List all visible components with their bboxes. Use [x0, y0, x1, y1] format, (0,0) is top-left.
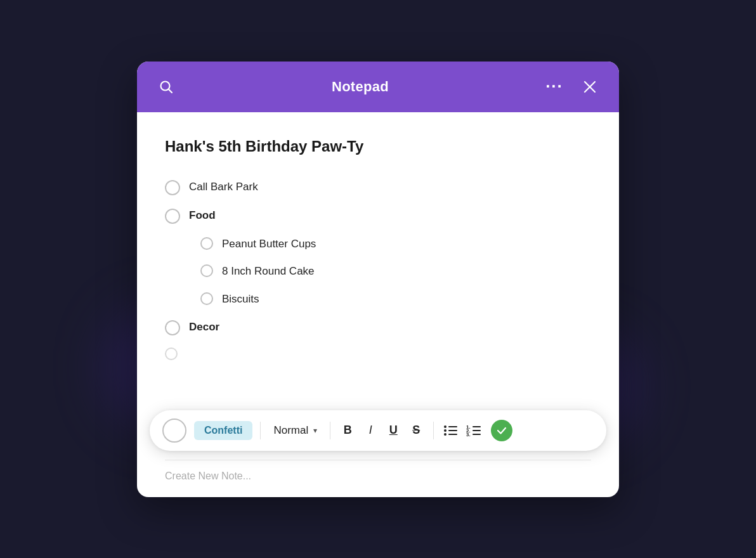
- checkbox-item-1[interactable]: [165, 180, 180, 195]
- svg-text:3.: 3.: [466, 432, 471, 437]
- format-selector[interactable]: Normal ▾: [268, 422, 322, 439]
- strikethrough-button[interactable]: S: [407, 421, 426, 440]
- app-wrapper: Notepad ··· Hank's 5th Birthday Paw-Ty C…: [131, 51, 625, 507]
- list-item: Decor: [165, 313, 591, 342]
- notepad-window: Notepad ··· Hank's 5th Birthday Paw-Ty C…: [137, 62, 619, 497]
- svg-point-4: [444, 425, 446, 428]
- bottom-area: Create New Note...: [137, 460, 619, 497]
- confirm-button[interactable]: [491, 420, 512, 441]
- more-button[interactable]: ···: [543, 75, 566, 98]
- section-divider: [165, 460, 591, 460]
- new-note-input[interactable]: Create New Note...: [165, 470, 591, 482]
- item-text-1: Call Bark Park: [189, 179, 258, 195]
- svg-rect-7: [448, 430, 457, 431]
- bold-button[interactable]: B: [338, 421, 357, 440]
- item-text-6: Decor: [189, 320, 219, 335]
- format-label: Normal: [273, 424, 308, 437]
- list-format-buttons: 1. 2. 3.: [441, 421, 483, 440]
- item-text-3: Peanut Butter Cups: [222, 237, 316, 252]
- checkbox-item-4[interactable]: [200, 264, 213, 277]
- list-item: Biscuits: [165, 285, 591, 313]
- search-button[interactable]: [155, 75, 178, 98]
- list-item: 8 Inch Round Cake: [165, 257, 591, 285]
- formatting-toolbar: Confetti Normal ▾ B I U S: [150, 410, 606, 451]
- divider-1: [260, 422, 261, 439]
- divider-2: [330, 422, 330, 439]
- close-button[interactable]: [578, 75, 601, 98]
- checkbox-partial[interactable]: [165, 347, 178, 360]
- underline-button[interactable]: U: [384, 421, 403, 440]
- note-title: Hank's 5th Birthday Paw-Ty: [165, 138, 591, 155]
- app-header: Notepad ···: [137, 62, 619, 112]
- confetti-tag: Confetti: [194, 421, 252, 440]
- item-text-2: Food: [189, 208, 216, 223]
- list-item: Food: [165, 202, 591, 230]
- item-text-4: 8 Inch Round Cake: [222, 264, 315, 279]
- checkbox-item-2[interactable]: [165, 209, 180, 224]
- list-item-partial: [165, 342, 591, 365]
- svg-line-1: [169, 89, 172, 92]
- item-text-5: Biscuits: [222, 292, 259, 307]
- svg-rect-15: [472, 434, 481, 435]
- checkbox-item-3[interactable]: [200, 237, 213, 250]
- svg-rect-11: [472, 426, 481, 427]
- svg-rect-13: [472, 430, 481, 431]
- note-content: Hank's 5th Birthday Paw-Ty Call Bark Par…: [137, 112, 619, 404]
- svg-rect-9: [448, 434, 457, 435]
- checkbox-item-5[interactable]: [200, 292, 213, 305]
- italic-button[interactable]: I: [361, 421, 380, 440]
- svg-point-6: [444, 429, 446, 432]
- toolbar-container: Confetti Normal ▾ B I U S: [137, 404, 619, 460]
- checklist: Call Bark Park Food Peanut Butter Cups 8…: [165, 173, 591, 365]
- text-format-buttons: B I U S: [338, 421, 426, 440]
- svg-point-8: [444, 433, 446, 436]
- list-item: Call Bark Park: [165, 173, 591, 202]
- list-item: Peanut Butter Cups: [165, 230, 591, 258]
- chevron-down-icon: ▾: [313, 426, 317, 435]
- header-actions: ···: [543, 75, 601, 98]
- svg-rect-5: [448, 426, 457, 427]
- app-title: Notepad: [332, 79, 389, 95]
- unordered-list-button[interactable]: [441, 421, 460, 440]
- toolbar-checkbox[interactable]: [162, 418, 186, 443]
- divider-3: [433, 422, 434, 439]
- ordered-list-button[interactable]: 1. 2. 3.: [464, 421, 483, 440]
- checkbox-item-6[interactable]: [165, 320, 180, 335]
